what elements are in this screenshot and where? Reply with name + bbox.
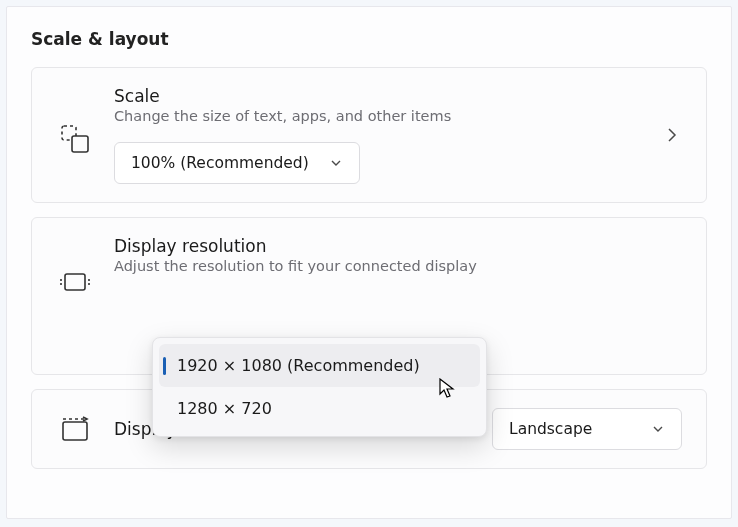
resolution-option-2-label: 1280 × 720 xyxy=(177,399,272,418)
section-title-scale-layout: Scale & layout xyxy=(31,29,707,49)
chevron-right-icon[interactable] xyxy=(664,127,680,143)
orientation-dropdown[interactable]: Landscape xyxy=(492,408,682,450)
scale-dropdown-label: 100% (Recommended) xyxy=(131,154,309,172)
chevron-down-icon xyxy=(651,422,665,436)
resolution-icon xyxy=(50,236,100,294)
resolution-desc: Adjust the resolution to fit your connec… xyxy=(114,258,682,274)
scale-icon xyxy=(50,86,100,154)
card-scale[interactable]: Scale Change the size of text, apps, and… xyxy=(31,67,707,203)
resolution-popup: 1920 × 1080 (Recommended) 1280 × 720 xyxy=(152,337,487,437)
resolution-option-1[interactable]: 1920 × 1080 (Recommended) xyxy=(159,344,480,387)
svg-rect-1 xyxy=(72,136,88,152)
chevron-down-icon xyxy=(329,156,343,170)
scale-dropdown[interactable]: 100% (Recommended) xyxy=(114,142,360,184)
resolution-title: Display resolution xyxy=(114,236,682,256)
orientation-dropdown-label: Landscape xyxy=(509,420,592,438)
scale-title: Scale xyxy=(114,86,682,106)
svg-rect-5 xyxy=(63,422,87,440)
svg-rect-2 xyxy=(65,274,85,290)
orientation-icon xyxy=(50,416,100,442)
resolution-option-1-label: 1920 × 1080 (Recommended) xyxy=(177,356,420,375)
resolution-option-2[interactable]: 1280 × 720 xyxy=(159,387,480,430)
scale-desc: Change the size of text, apps, and other… xyxy=(114,108,682,124)
